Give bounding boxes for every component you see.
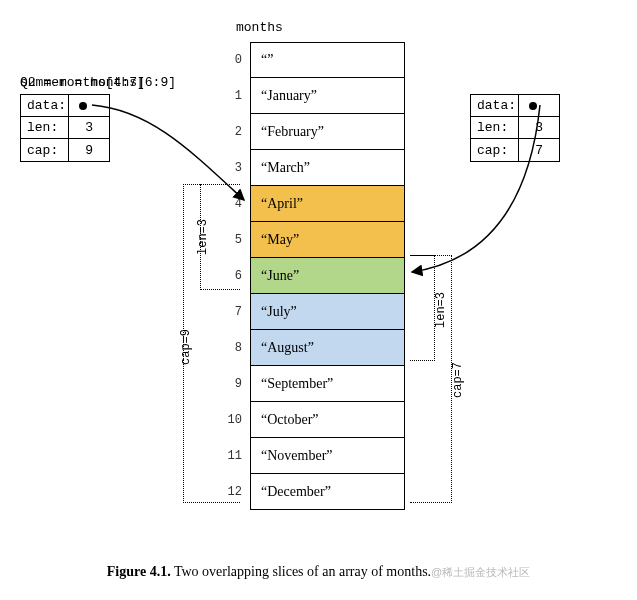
array-cell: “July”: [250, 293, 405, 330]
array-index: 6: [220, 258, 250, 294]
array-index: 2: [220, 114, 250, 150]
summer-len-bracket: [410, 255, 435, 361]
array-cell: “January”: [250, 77, 405, 114]
array-row: 6“June”: [220, 258, 405, 294]
array-index: 9: [220, 366, 250, 402]
q2-cap-bracket-label: cap=9: [179, 329, 193, 365]
summer-len-label: len:: [471, 117, 519, 138]
array-cell: “”: [250, 42, 405, 78]
summer-cap-val: 7: [519, 143, 549, 158]
array-index: 1: [220, 78, 250, 114]
array-cell: “May”: [250, 221, 405, 258]
array-cell: “August”: [250, 329, 405, 366]
array-row: 4“April”: [220, 186, 405, 222]
watermark: @稀土掘金技术社区: [431, 566, 530, 578]
array-index: 5: [220, 222, 250, 258]
array-index: 4: [220, 186, 250, 222]
diagram-canvas: months 0“”1“January”2“February”3“March”4…: [20, 20, 617, 580]
q2-slice-box: data: len: 3 cap: 9: [20, 94, 110, 162]
figure-number: Figure 4.1.: [107, 564, 171, 579]
array-cell: “September”: [250, 365, 405, 402]
q2-cap-label: cap:: [21, 139, 69, 161]
pointer-dot-icon: [79, 102, 87, 110]
figure-caption: Figure 4.1. Two overlapping slices of an…: [20, 564, 617, 580]
summer-len-val: 3: [519, 120, 549, 135]
array-row: 11“November”: [220, 438, 405, 474]
array-index: 8: [220, 330, 250, 366]
array-cell: “March”: [250, 149, 405, 186]
array-cell: “November”: [250, 437, 405, 474]
pointer-dot-icon: [529, 102, 537, 110]
array-title: months: [236, 20, 283, 35]
array-row: 2“February”: [220, 114, 405, 150]
q2-data-label: data:: [21, 95, 69, 116]
summer-len-bracket-label: len=3: [434, 292, 448, 328]
array-cell: “December”: [250, 473, 405, 510]
summer-slice-box: data: len: 3 cap: 7: [470, 94, 560, 162]
array-index: 3: [220, 150, 250, 186]
array-row: 9“September”: [220, 366, 405, 402]
array-index: 0: [220, 42, 250, 78]
q2-len-bracket-label: len=3: [196, 219, 210, 255]
array-row: 12“December”: [220, 474, 405, 510]
array-cell: “June”: [250, 257, 405, 294]
array-row: 10“October”: [220, 402, 405, 438]
q2-len-val: 3: [69, 120, 99, 135]
figure-text: Two overlapping slices of an array of mo…: [171, 564, 431, 579]
array-row: 1“January”: [220, 78, 405, 114]
array-index: 11: [220, 438, 250, 474]
array-row: 7“July”: [220, 294, 405, 330]
array-row: 8“August”: [220, 330, 405, 366]
q2-len-label: len:: [21, 117, 69, 138]
summer-cap-label: cap:: [471, 139, 519, 161]
summer-cap-bracket-label: cap=7: [451, 362, 465, 398]
array-row: 3“March”: [220, 150, 405, 186]
array-cell: “February”: [250, 113, 405, 150]
array-row: 0“”: [220, 42, 405, 78]
months-array: 0“”1“January”2“February”3“March”4“April”…: [220, 42, 405, 510]
array-cell: “April”: [250, 185, 405, 222]
array-index: 7: [220, 294, 250, 330]
array-row: 5“May”: [220, 222, 405, 258]
array-index: 12: [220, 474, 250, 510]
q2-cap-val: 9: [69, 143, 99, 158]
summer-title: summer = months[6:9]: [20, 75, 176, 90]
summer-data-label: data:: [471, 95, 519, 116]
array-index: 10: [220, 402, 250, 438]
array-cell: “October”: [250, 401, 405, 438]
